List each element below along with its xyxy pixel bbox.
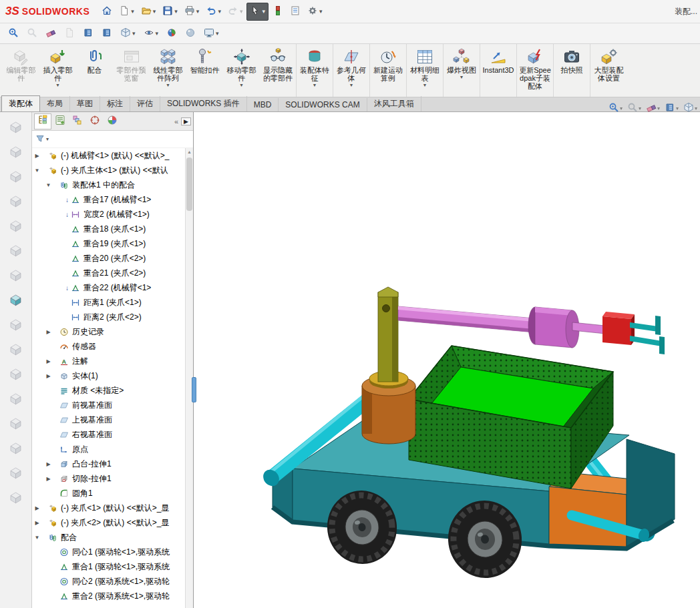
tree-item[interactable]: 重合18 (夹爪<1>) <box>32 222 185 236</box>
expand-arrow-icon[interactable]: ▶ <box>45 358 52 364</box>
tree-item[interactable]: 传感器 <box>32 339 185 354</box>
cad-tool-13[interactable] <box>7 416 25 432</box>
filter-document-button[interactable] <box>61 25 77 43</box>
cad-tool-10[interactable] <box>7 342 25 358</box>
new-document-button[interactable] <box>116 3 137 21</box>
cad-tool-3[interactable] <box>7 170 25 186</box>
tab-mbd[interactable]: MBD <box>247 98 279 111</box>
component-preview-button[interactable]: 零部件预览窗 ▼ <box>113 44 150 97</box>
tree-item[interactable]: 重合19 (夹爪<1>) <box>32 236 185 251</box>
tab-solidworks-cam[interactable]: SOLIDWORKS CAM <box>279 98 367 111</box>
tree-item[interactable]: ▶ (-) 机械臂<1> (默认) <<默认>_ <box>32 148 185 163</box>
view-settings-button[interactable] <box>201 25 222 43</box>
cad-tool-15[interactable] <box>7 466 25 482</box>
apply-scene-button[interactable] <box>182 25 198 43</box>
select-tool-button[interactable] <box>246 3 269 21</box>
move-component-button[interactable]: 移动零部件 ▼ <box>223 44 260 97</box>
tree-item[interactable]: 前视基准面 <box>32 398 185 412</box>
expand-arrow-icon[interactable]: ▶ <box>45 476 52 482</box>
cad-tool-5[interactable] <box>7 219 25 235</box>
update-speedpak-button[interactable]: 更新Speedpak子装配体 ▼ <box>517 44 554 97</box>
edit-appearance-button[interactable] <box>164 25 180 43</box>
zoom-area-button[interactable] <box>627 102 641 115</box>
expand-arrow-icon[interactable]: ▼ <box>33 168 41 174</box>
cad-tool-4[interactable] <box>7 194 25 210</box>
tree-item[interactable]: ▶ 实体(1) <box>32 368 185 383</box>
tab-layout[interactable]: 布局 <box>40 96 70 111</box>
arm-post[interactable] <box>378 287 398 382</box>
scrollbar-thumb[interactable] <box>186 158 192 211</box>
cad-tool-9[interactable] <box>7 318 25 334</box>
cad-tool-7[interactable] <box>7 268 25 284</box>
tree-item[interactable]: ▶ 凸台-拉伸1 <box>32 457 185 471</box>
tree-item[interactable]: 圆角1 <box>32 486 185 501</box>
expand-arrow-icon[interactable]: ▶ <box>45 373 52 379</box>
exploded-view-button[interactable]: 爆炸视图 ▼ <box>444 44 480 97</box>
cad-tool-8[interactable] <box>7 293 25 309</box>
expand-arrow-icon[interactable]: ▼ <box>45 182 52 188</box>
expand-arrow-icon[interactable]: ▶ <box>33 520 41 526</box>
tree-item[interactable]: 同心1 (驱动轮<1>,驱动系统 <box>32 545 185 559</box>
tree-item[interactable]: ▶ 历史记录 <box>32 324 185 339</box>
smart-fasteners-button[interactable]: 智能扣件 ▼ <box>186 44 223 97</box>
propertymanager-tab[interactable] <box>51 113 69 129</box>
clear-view-button[interactable] <box>646 102 660 115</box>
assembly-features-button[interactable]: 装配体特征 ▼ <box>297 44 333 97</box>
robot-arm[interactable] <box>398 306 605 348</box>
cad-tool-16[interactable] <box>7 491 25 507</box>
tree-item[interactable]: 右视基准面 <box>32 427 185 442</box>
cad-tool-1[interactable] <box>7 120 25 136</box>
options-button[interactable] <box>305 3 325 21</box>
cad-tool-2[interactable] <box>7 145 25 161</box>
view-orientation-button[interactable] <box>118 25 138 43</box>
tree-item[interactable]: 重合21 (夹爪<2>) <box>32 266 185 280</box>
cad-tool-6[interactable] <box>7 244 25 260</box>
expand-arrow-icon[interactable]: ▶ <box>33 505 41 511</box>
save-button[interactable] <box>160 3 180 21</box>
tree-item[interactable]: 距离1 (夹爪<1>) <box>32 295 185 310</box>
display-style-button[interactable] <box>141 25 162 43</box>
clear-selections-button[interactable] <box>43 25 59 43</box>
open-button[interactable] <box>138 3 159 21</box>
home-button[interactable] <box>99 3 115 21</box>
tree-item[interactable]: 重合2 (驱动系统<1>,驱动轮 <box>32 589 185 603</box>
tab-evaluate[interactable]: 评估 <box>130 96 160 111</box>
assembly-3d-model[interactable] <box>194 112 700 608</box>
file-properties-button[interactable] <box>287 3 303 21</box>
cad-tool-12[interactable] <box>7 392 25 408</box>
tree-item[interactable]: ▼ (-) 夹爪主体<1> (默认) <<默认 <box>32 163 185 178</box>
filter-faces-button[interactable] <box>99 25 115 43</box>
tree-item[interactable]: 重合1 (驱动轮<1>,驱动系统 <box>32 559 185 574</box>
expand-panel-button[interactable]: ▶ <box>181 117 191 125</box>
tree-item[interactable]: ▶ 切除-拉伸1 <box>32 471 185 486</box>
gripper[interactable] <box>602 312 665 354</box>
tree-item[interactable]: 重合20 (夹爪<2>) <box>32 251 185 266</box>
tree-item[interactable]: 距离2 (夹爪<2>) <box>32 310 185 324</box>
filter-toggle-button[interactable] <box>24 25 40 43</box>
linear-pattern-button[interactable]: 线性零部件阵列 ▼ <box>150 44 186 97</box>
large-assembly-button[interactable]: 大型装配体设置 ▼ <box>590 44 627 97</box>
tree-item[interactable]: ↓ 宽度2 (机械臂<1>) <box>32 207 185 222</box>
rebuild-button[interactable] <box>270 3 286 21</box>
undo-button[interactable] <box>203 3 224 21</box>
show-hidden-button[interactable]: 显示隐藏的零部件 ▼ <box>260 44 297 97</box>
bom-button[interactable]: 材料明细表 ▼ <box>407 44 444 97</box>
expand-arrow-icon[interactable]: ▼ <box>33 535 41 541</box>
dimxpertmanager-tab[interactable] <box>86 113 104 129</box>
filter-edges-button[interactable] <box>80 25 96 43</box>
snapshot-button[interactable]: 拍快照 ▼ <box>554 44 590 97</box>
tree-item[interactable]: 上视基准面 <box>32 412 185 427</box>
tree-item[interactable]: ▶ (-) 夹爪<2> (默认) <<默认>_显 <box>32 515 185 530</box>
tree-item[interactable]: ▶ A 注解 <box>32 354 185 368</box>
filter-funnel-icon[interactable] <box>35 134 45 145</box>
tab-sketch[interactable]: 草图 <box>70 96 100 111</box>
tab-addins[interactable]: SOLIDWORKS 插件 <box>160 96 247 111</box>
tree-item[interactable]: 同心2 (驱动系统<1>,驱动轮 <box>32 574 185 589</box>
zoom-fit-button[interactable] <box>608 102 623 115</box>
tree-item[interactable]: ▼ 配合 <box>32 530 185 545</box>
expand-arrow-icon[interactable]: ▶ <box>45 329 52 335</box>
edit-component-button[interactable]: 编辑零部件 ▼ <box>3 44 39 97</box>
tree-item[interactable]: ▶ (-) 夹爪<1> (默认) <<默认>_显 <box>32 501 185 515</box>
tree-item[interactable]: ↓ 重合17 (机械臂<1> <box>32 192 185 207</box>
panel-splitter-handle[interactable] <box>192 377 196 402</box>
